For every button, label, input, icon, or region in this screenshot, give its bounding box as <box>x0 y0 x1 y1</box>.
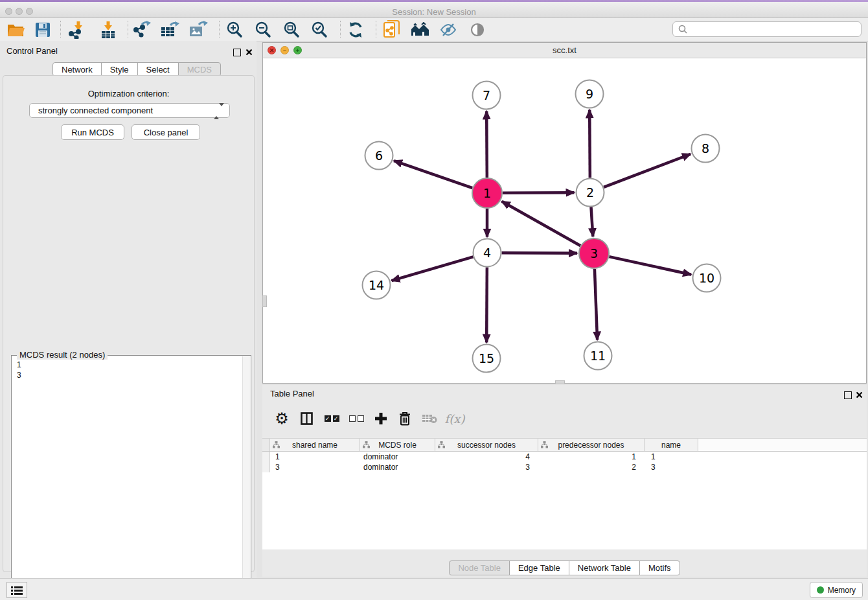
zoom-fit-icon[interactable] <box>279 20 304 40</box>
network-canvas[interactable]: 7968124314101511 <box>263 58 866 383</box>
edge-3-1[interactable] <box>502 202 580 246</box>
tab-mcds[interactable]: MCDS <box>178 62 221 76</box>
table-cell[interactable]: dominator <box>360 452 435 462</box>
run-mcds-button[interactable]: Run MCDS <box>61 124 124 140</box>
edge-3-11[interactable] <box>595 269 597 340</box>
mcds-result-group: MCDS result (2 nodes) 1 3 <box>11 355 251 597</box>
edge-1-6[interactable] <box>394 161 472 188</box>
header-filler <box>698 439 867 451</box>
result-scrollbar[interactable] <box>242 356 250 595</box>
search-box[interactable] <box>672 21 862 37</box>
column-header-name[interactable]: name <box>645 439 698 451</box>
edge-4-15[interactable] <box>486 267 487 342</box>
node-2[interactable]: 2 <box>577 179 604 207</box>
edge-1-2[interactable] <box>503 192 575 193</box>
horizontal-scrollbar-notch[interactable] <box>555 380 565 384</box>
node-4[interactable]: 4 <box>474 239 501 267</box>
home-icon[interactable] <box>407 20 433 40</box>
table-cell[interactable]: 3 <box>270 462 360 472</box>
table-panel-title: Table Panel <box>270 389 314 398</box>
tab-edge-table[interactable]: Edge Table <box>509 560 569 575</box>
zoom-out-icon[interactable] <box>250 20 276 40</box>
select-all-icon[interactable]: ✓✓ <box>321 408 343 429</box>
table-cell[interactable]: 3 <box>645 462 698 472</box>
edge-3-10[interactable] <box>609 257 691 275</box>
table-settings-icon[interactable]: ⚙ <box>271 408 293 429</box>
float-table-panel-icon[interactable] <box>844 390 852 402</box>
column-header-successor-nodes[interactable]: successor nodes <box>435 439 538 451</box>
node-3[interactable]: 3 <box>579 238 609 268</box>
open-file-icon[interactable] <box>3 20 29 40</box>
node-1[interactable]: 1 <box>472 178 502 208</box>
table-cell[interactable]: 2 <box>538 462 645 472</box>
unselect-all-icon[interactable] <box>345 408 367 429</box>
svg-text:10: 10 <box>699 271 714 285</box>
close-panel-button[interactable]: Close panel <box>131 124 200 140</box>
table-row[interactable]: 3dominator323 <box>262 462 867 472</box>
tab-motifs[interactable]: Motifs <box>639 560 680 575</box>
criterion-select[interactable]: strongly connected component <box>29 103 230 118</box>
table-body: 1dominator4113dominator323 <box>262 452 867 549</box>
table-cell[interactable]: 3 <box>435 462 538 472</box>
row-header-strip <box>262 452 270 462</box>
import-table-icon[interactable] <box>95 20 121 40</box>
vertical-scrollbar-notch[interactable] <box>262 295 267 307</box>
tab-network-table[interactable]: Network Table <box>569 560 640 575</box>
eye-slash-icon[interactable] <box>435 20 461 40</box>
table-cell[interactable]: dominator <box>360 462 435 472</box>
save-session-icon[interactable] <box>30 20 56 40</box>
column-header-mcds-role[interactable]: MCDS role <box>360 439 435 451</box>
zoom-selected-icon[interactable] <box>306 20 332 40</box>
node-9[interactable]: 9 <box>576 80 604 108</box>
node-6[interactable]: 6 <box>365 142 393 170</box>
table-row[interactable]: 1dominator411 <box>262 452 867 462</box>
show-columns-icon[interactable] <box>295 408 317 429</box>
memory-status-icon <box>817 586 824 594</box>
node-15[interactable]: 15 <box>473 345 501 373</box>
edge-4-14[interactable] <box>392 257 474 281</box>
control-panel-title: Control Panel <box>6 46 58 56</box>
table-cell[interactable]: 1 <box>538 452 645 462</box>
tab-network[interactable]: Network <box>52 62 102 76</box>
edge-1-7[interactable] <box>486 111 487 178</box>
import-network-icon[interactable] <box>64 20 90 40</box>
network-from-file-icon[interactable] <box>379 20 405 40</box>
delete-table-icon <box>418 408 440 429</box>
table-cell[interactable]: 4 <box>435 452 538 462</box>
close-panel-icon[interactable] <box>246 47 253 58</box>
export-network-icon[interactable] <box>129 20 155 40</box>
add-column-icon[interactable] <box>370 408 392 429</box>
close-table-panel-icon[interactable] <box>856 389 863 401</box>
float-panel-icon[interactable] <box>233 47 241 59</box>
node-8[interactable]: 8 <box>692 135 720 163</box>
memory-button[interactable]: Memory <box>810 582 863 598</box>
column-header-predecessor-nodes[interactable]: predecessor nodes <box>538 439 645 451</box>
edge-4-3[interactable] <box>501 253 577 253</box>
edge-2-3[interactable] <box>591 207 593 237</box>
export-image-icon[interactable] <box>185 20 211 40</box>
zoom-in-icon[interactable] <box>222 20 247 40</box>
delete-column-icon[interactable] <box>394 408 416 429</box>
table-cell[interactable]: 1 <box>270 452 360 462</box>
svg-text:7: 7 <box>483 88 490 102</box>
search-input[interactable] <box>690 23 861 36</box>
function-builder-icon: f(x) <box>444 408 466 429</box>
refresh-view-icon[interactable] <box>343 20 369 40</box>
column-edit-icon <box>273 441 280 450</box>
edge-2-8[interactable] <box>604 154 691 187</box>
node-14[interactable]: 14 <box>363 271 391 299</box>
row-header-strip <box>262 462 270 472</box>
tab-node-table[interactable]: Node Table <box>449 560 510 575</box>
column-header-shared-name[interactable]: shared name <box>270 439 360 451</box>
export-table-icon[interactable] <box>157 20 183 40</box>
tab-style[interactable]: Style <box>101 62 138 76</box>
node-10[interactable]: 10 <box>693 264 721 292</box>
edge-2-9[interactable] <box>589 110 590 178</box>
toolbar-separator <box>128 21 128 38</box>
node-7[interactable]: 7 <box>473 82 501 110</box>
table-cell[interactable]: 1 <box>645 452 698 462</box>
eye-icon[interactable] <box>464 20 490 40</box>
tab-select[interactable]: Select <box>137 62 179 76</box>
task-history-button[interactable] <box>6 582 27 598</box>
node-11[interactable]: 11 <box>584 342 612 370</box>
